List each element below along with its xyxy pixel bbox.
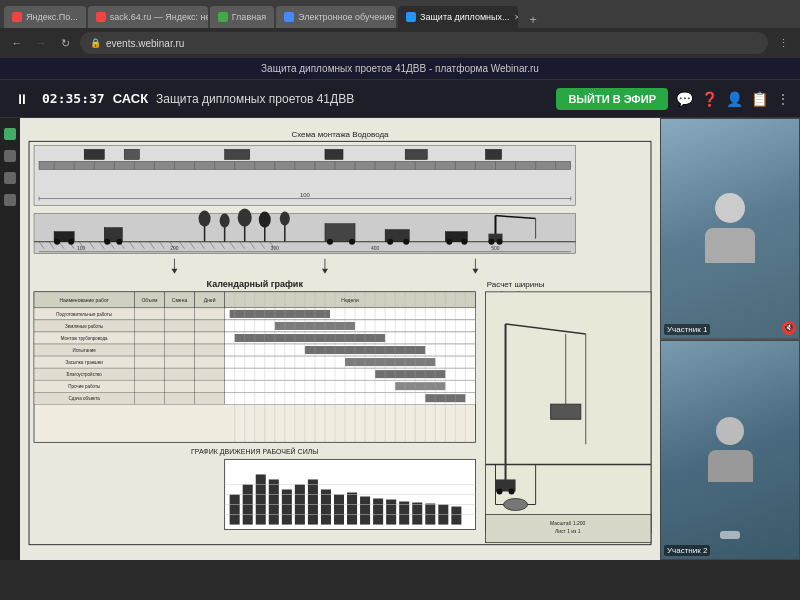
tab-yandex[interactable]: Яндекс.По... — [4, 6, 86, 28]
svg-point-87 — [387, 239, 393, 245]
sidebar-icon-4[interactable] — [4, 194, 16, 206]
person-icon[interactable]: 👤 — [726, 91, 743, 107]
browser-tabs: Яндекс.По... sack.64.ru — Яндекс: не... … — [0, 0, 800, 28]
participant-video-top: Участник 1 🔇 — [660, 118, 800, 340]
svg-rect-153 — [134, 356, 164, 368]
tab-webinar[interactable]: Защита дипломных... ✕ — [398, 6, 518, 28]
sask-badge: САСК — [113, 91, 148, 106]
pause-icon: ⏸ — [15, 91, 29, 107]
svg-text:Недели: Недели — [341, 297, 359, 303]
live-button[interactable]: ВЫЙТИ В ЭФИР — [556, 88, 668, 110]
svg-point-90 — [446, 239, 452, 245]
tab-sack[interactable]: sack.64.ru — Яндекс: не... — [88, 6, 208, 28]
webinar-bar: ⏸ 02:35:37 САСК Защита дипломных проетов… — [0, 80, 800, 118]
extensions-button[interactable]: ⋮ — [774, 34, 792, 52]
address-bar[interactable]: 🔒 events.webinar.ru — [80, 32, 768, 54]
timer-display: 02:35:37 — [42, 91, 105, 106]
forward-button[interactable]: → — [32, 34, 50, 52]
svg-rect-210 — [334, 494, 344, 524]
svg-rect-213 — [373, 499, 383, 525]
window-title: Защита дипломных проетов 41ДВВ - платфор… — [261, 63, 539, 74]
svg-point-71 — [104, 239, 110, 245]
more-icon[interactable]: ⋮ — [776, 91, 790, 107]
new-tab-button[interactable]: + — [524, 10, 542, 28]
sidebar-icon-1[interactable] — [4, 128, 16, 140]
left-sidebar — [0, 118, 20, 560]
svg-point-91 — [461, 239, 467, 245]
participant-label-bottom: Участник 2 — [664, 545, 710, 556]
webinar-title: Защита дипломных проетов 41ДВВ — [156, 92, 548, 106]
main-content: Схема монтажа Водовода — [0, 118, 800, 560]
sidebar-icon-2[interactable] — [4, 150, 16, 162]
tab-elearn[interactable]: Электронное обучение — [276, 6, 396, 28]
svg-text:Наименование работ: Наименование работ — [59, 297, 109, 303]
svg-point-76 — [220, 214, 230, 228]
engineering-drawing: Схема монтажа Водовода — [24, 122, 656, 556]
svg-rect-166 — [164, 380, 194, 392]
svg-point-69 — [68, 239, 74, 245]
chat-icon[interactable]: 💬 — [676, 91, 693, 107]
svg-rect-155 — [195, 356, 225, 368]
reload-button[interactable]: ↻ — [56, 34, 74, 52]
tab-close-icon[interactable]: ✕ — [514, 13, 518, 22]
svg-rect-229 — [551, 404, 581, 419]
sidebar-icon-3[interactable] — [4, 172, 16, 184]
svg-rect-172 — [164, 392, 194, 404]
svg-rect-167 — [195, 380, 225, 392]
question-icon[interactable]: ❓ — [701, 91, 718, 107]
svg-point-68 — [54, 239, 60, 245]
svg-rect-159 — [134, 368, 164, 380]
webinar-icons: 💬 ❓ 👤 📋 ⋮ — [676, 91, 790, 107]
svg-text:200: 200 — [170, 245, 179, 251]
svg-rect-161 — [195, 368, 225, 380]
svg-text:Масштаб 1:200: Масштаб 1:200 — [550, 520, 586, 526]
address-text: events.webinar.ru — [106, 38, 184, 49]
svg-rect-149 — [195, 344, 225, 356]
svg-text:Благоустройство: Благоустройство — [67, 372, 103, 377]
svg-rect-142 — [164, 332, 194, 344]
svg-point-237 — [509, 488, 515, 494]
tab-favicon-elearn — [284, 12, 294, 22]
svg-rect-4 — [39, 161, 571, 169]
svg-rect-157 — [345, 358, 435, 366]
svg-text:Лист 1 из 1: Лист 1 из 1 — [555, 528, 581, 534]
svg-text:Дней: Дней — [204, 297, 216, 303]
tab-favicon-yandex — [12, 12, 22, 22]
svg-rect-204 — [256, 474, 266, 524]
browser-screen: Яндекс.По... sack.64.ru — Яндекс: не... … — [0, 0, 800, 560]
svg-rect-219 — [451, 507, 461, 525]
laptop-frame: Яндекс.По... sack.64.ru — Яндекс: не... … — [0, 0, 800, 600]
tab-label-webinar: Защита дипломных... — [420, 12, 510, 22]
svg-rect-136 — [195, 320, 225, 332]
svg-rect-205 — [269, 479, 279, 524]
svg-text:500: 500 — [491, 245, 500, 251]
pause-button[interactable]: ⏸ — [10, 87, 34, 111]
drawing-container: Схема монтажа Водовода — [20, 118, 660, 560]
svg-text:Объем: Объем — [141, 297, 157, 303]
svg-text:Расчет ширины: Расчет ширины — [487, 280, 545, 289]
svg-rect-34 — [325, 149, 343, 159]
svg-rect-135 — [164, 320, 194, 332]
svg-text:Смена: Смена — [172, 297, 188, 303]
svg-text:Подготовительные работы: Подготовительные работы — [56, 312, 112, 317]
svg-rect-216 — [412, 503, 422, 525]
mute-icon-top: 🔇 — [782, 321, 796, 335]
svg-rect-212 — [360, 496, 370, 524]
svg-point-88 — [403, 239, 409, 245]
tab-label-yandex: Яндекс.По... — [26, 12, 78, 22]
window-titlebar: Защита дипломных проетов 41ДВВ - платфор… — [0, 58, 800, 80]
tab-main[interactable]: Главная — [210, 6, 274, 28]
svg-rect-160 — [164, 368, 194, 380]
svg-rect-169 — [395, 382, 445, 390]
svg-rect-130 — [164, 308, 194, 320]
back-button[interactable]: ← — [8, 34, 26, 52]
svg-rect-171 — [134, 392, 164, 404]
browser-toolbar: ← → ↻ 🔒 events.webinar.ru ⋮ — [0, 28, 800, 58]
svg-rect-163 — [375, 370, 445, 378]
presentation-area: Схема монтажа Водовода — [20, 118, 660, 560]
svg-text:Схема монтажа Водовода: Схема монтажа Водовода — [291, 130, 389, 139]
svg-rect-31 — [84, 149, 104, 159]
share-icon[interactable]: 📋 — [751, 91, 768, 107]
svg-rect-147 — [134, 344, 164, 356]
svg-text:400: 400 — [371, 245, 380, 251]
